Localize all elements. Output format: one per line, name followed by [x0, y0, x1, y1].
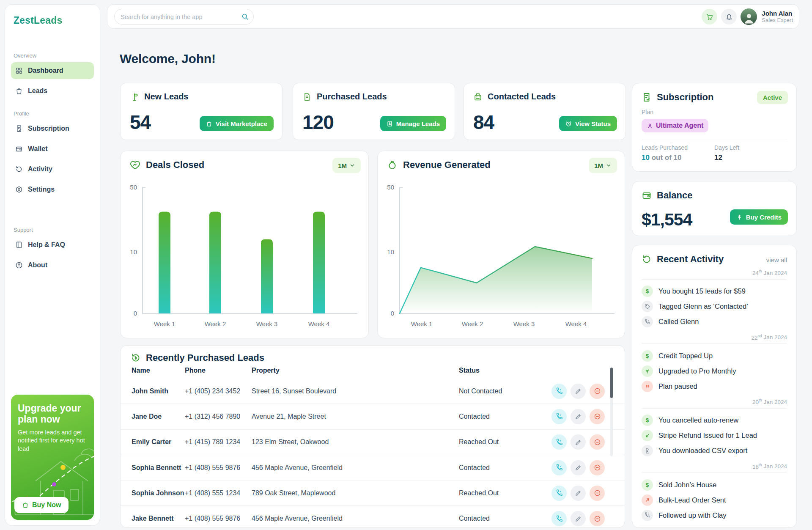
document-icon: [302, 92, 312, 102]
tag-icon: [642, 301, 653, 312]
sidebar-item-about[interactable]: About: [11, 257, 94, 274]
table-row: Jake Bennett +1 (408) 555 9876 456 Maple…: [121, 506, 625, 528]
activity-item: Followed up with Clay: [642, 508, 787, 523]
view-all-link[interactable]: view all: [766, 256, 787, 264]
person-icon: [647, 123, 653, 129]
edit-button[interactable]: [571, 511, 586, 526]
dollar-icon: [736, 214, 743, 220]
sidebar-item-dashboard[interactable]: Dashboard: [11, 62, 94, 79]
sidebar-section-support: Support: [14, 227, 94, 233]
cart-icon: [706, 13, 713, 21]
buy-now-button[interactable]: Buy Now: [14, 497, 69, 513]
notifications-button[interactable]: [721, 9, 737, 25]
book-icon: [15, 241, 23, 249]
user-role: Sales Expert: [762, 17, 793, 24]
sidebar-item-settings[interactable]: Settings: [11, 181, 94, 198]
table-scrollbar[interactable]: [610, 368, 613, 456]
svg-text:Week 2: Week 2: [205, 320, 226, 327]
call-button[interactable]: [551, 434, 567, 450]
sidebar-item-label: Subscription: [28, 125, 69, 132]
sidebar-item-leads[interactable]: Leads: [11, 82, 94, 99]
remove-button[interactable]: [590, 511, 605, 526]
call-button[interactable]: [551, 511, 567, 526]
deals-period-dropdown[interactable]: 1M: [332, 158, 361, 173]
file-check-icon: [642, 92, 652, 102]
call-button[interactable]: [551, 486, 567, 501]
remove-button[interactable]: [590, 434, 605, 450]
stat-value: 120: [302, 111, 334, 134]
refresh-dollar-icon: [131, 353, 141, 363]
wallet-icon: [15, 145, 23, 153]
wallet-icon: [642, 190, 652, 200]
bell-icon: [725, 13, 733, 21]
plan-name: Ultimate Agent: [656, 122, 703, 129]
edit-button[interactable]: [571, 460, 586, 475]
svg-text:Week 3: Week 3: [256, 320, 278, 327]
lead-name: Sophia Johnson: [132, 489, 184, 497]
activity-item: $Credit Topped Up: [642, 348, 787, 363]
cart-button[interactable]: [702, 9, 717, 25]
sidebar-item-label: Leads: [28, 87, 47, 95]
remove-button[interactable]: [590, 460, 605, 475]
chevron-down-icon: [606, 162, 612, 168]
table-row: Emily Carter +1 (415) 789 1234 123 Elm S…: [121, 430, 625, 455]
bag-icon: [22, 502, 29, 508]
lead-phone: +1 (405) 234 3452: [185, 387, 240, 395]
revenue-period-dropdown[interactable]: 1M: [589, 158, 617, 173]
sidebar-item-wallet[interactable]: Wallet: [11, 140, 94, 157]
revenue-chart-svg: 01050Week 1Week 2Week 3Week 4: [378, 181, 625, 334]
user-avatar[interactable]: [741, 8, 757, 25]
page-title: Welcome, John!: [120, 52, 216, 66]
divider: [642, 343, 787, 344]
lead-property: 456 Maple Avenue, Greenfield: [252, 515, 343, 522]
sidebar-item-help-faq[interactable]: Help & FAQ: [11, 236, 94, 253]
stat-button-label: Manage Leads: [396, 120, 440, 127]
route-dot-yellow: [60, 465, 66, 470]
sprout-icon: [642, 365, 653, 377]
remove-button[interactable]: [590, 486, 605, 501]
days-left-block: Days Left 12: [714, 144, 787, 162]
remove-button[interactable]: [590, 384, 605, 399]
edit-button[interactable]: [571, 409, 586, 424]
days-left-label: Days Left: [714, 144, 787, 151]
search-icon[interactable]: [241, 13, 249, 21]
divider: [642, 472, 787, 473]
edit-button[interactable]: [571, 434, 586, 450]
arrow-down-left-icon: [642, 430, 653, 441]
days-left-value: 12: [714, 154, 787, 162]
column-header-phone: Phone: [185, 367, 206, 374]
edit-button[interactable]: [571, 486, 586, 501]
lead-property: 123 Elm Street, Oakwood: [252, 438, 329, 446]
pencil-icon: [575, 515, 582, 522]
stat-card-purchased-leads: Purchased Leads 120 Manage Leads: [293, 83, 455, 140]
stat-value: 84: [473, 111, 494, 134]
search-input[interactable]: [114, 9, 254, 25]
lead-status: Reached Out: [459, 438, 499, 446]
edit-button[interactable]: [571, 384, 586, 399]
table-row: John Smith +1 (405) 234 3452 Street 16, …: [121, 379, 625, 404]
leads-purchased-label: Leads Purchased: [642, 144, 714, 151]
sidebar-section-overview: Overview: [14, 52, 94, 59]
call-button[interactable]: [551, 409, 567, 424]
activity-item: $Sold John’s House: [642, 477, 787, 492]
buy-credits-button[interactable]: Buy Credits: [730, 209, 788, 225]
leads-purchased-value: 10: [642, 154, 650, 162]
table-row: Jane Doe +1 (312) 456 7890 Avenue 21, Ma…: [121, 404, 625, 429]
bag-icon: [15, 87, 23, 95]
remove-button[interactable]: [590, 409, 605, 424]
lead-phone: +1 (408) 555 9876: [185, 464, 240, 472]
activity-item: Stripe Refund Issued for 1 Lead: [642, 428, 787, 443]
lead-phone: +1 (415) 789 1234: [185, 438, 240, 446]
sidebar-item-subscription[interactable]: Subscription: [11, 120, 94, 137]
view-status-button[interactable]: View Status: [559, 116, 617, 131]
dollar-icon: $: [642, 479, 653, 491]
column-header-status: Status: [459, 367, 480, 374]
activity-item: You downloaded CSV export: [642, 443, 787, 459]
sidebar-item-activity[interactable]: Activity: [11, 161, 94, 178]
manage-leads-button[interactable]: Manage Leads: [380, 116, 446, 131]
visit-marketplace-button[interactable]: Visit Marketplace: [200, 116, 274, 131]
scrollbar-thumb[interactable]: [610, 368, 613, 398]
call-button[interactable]: [551, 460, 567, 475]
dollar-icon: $: [642, 286, 653, 297]
call-button[interactable]: [551, 384, 567, 399]
